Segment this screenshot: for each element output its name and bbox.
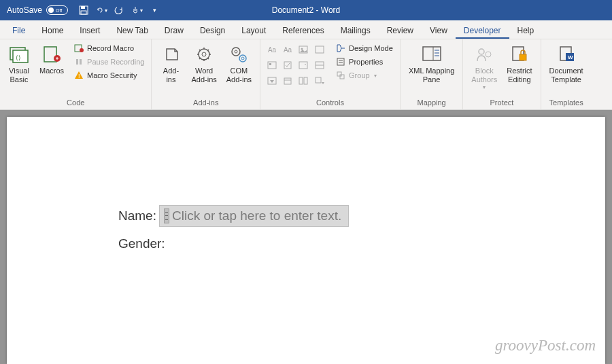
restrict-editing-icon <box>509 43 530 65</box>
record-icon <box>73 43 84 54</box>
xml-mapping-button[interactable]: XML Mapping Pane <box>405 42 458 86</box>
tab-developer[interactable]: Developer <box>456 22 509 39</box>
com-addins-icon <box>228 43 250 65</box>
design-mode-button[interactable]: Design Mode <box>333 42 396 54</box>
group-code: ⟨⟩ Visual Basic Macros Record Macro Paus… <box>0 39 152 109</box>
combobox-control-icon[interactable] <box>296 58 311 73</box>
visual-basic-button[interactable]: ⟨⟩ Visual Basic <box>4 42 34 86</box>
svg-point-14 <box>202 52 206 56</box>
tab-review[interactable]: Review <box>379 22 422 39</box>
tab-help[interactable]: Help <box>509 22 543 39</box>
document-workspace: Name: Click or tap here to enter text. G… <box>0 110 612 364</box>
autosave-toggle[interactable]: AutoSave Off <box>0 5 75 15</box>
legacy-form-icon[interactable] <box>312 42 327 57</box>
macros-button[interactable]: Macros <box>35 42 68 77</box>
com-addins-button[interactable]: COM Add-ins <box>222 42 256 86</box>
legacy-activex-icon[interactable] <box>312 58 327 73</box>
pause-icon <box>73 56 84 67</box>
tab-mailings[interactable]: Mailings <box>333 22 379 39</box>
design-mode-icon <box>335 43 346 54</box>
document-template-button[interactable]: W Document Template <box>545 42 588 86</box>
svg-point-18 <box>241 57 244 60</box>
svg-rect-22 <box>269 63 271 65</box>
watermark: groovyPost.com <box>495 337 596 354</box>
group-icon <box>335 70 346 81</box>
svg-rect-26 <box>284 78 291 84</box>
properties-icon <box>335 56 346 67</box>
svg-rect-39 <box>340 75 344 79</box>
group-controls: Aa Aa Design Mode Properties Group▾ <box>260 39 401 109</box>
name-content-control[interactable]: Click or tap here to enter text. <box>159 205 349 227</box>
group-protect: Block Authors▾ Restrict Editing Protect <box>463 39 541 109</box>
undo-icon[interactable]: ▾ <box>95 4 107 16</box>
record-macro-button[interactable]: Record Macro <box>71 42 147 54</box>
gender-row: Gender: <box>118 236 605 251</box>
document-title: Document2 - Word <box>272 5 340 15</box>
rich-text-control-icon[interactable]: Aa <box>265 42 279 57</box>
save-icon[interactable] <box>78 4 90 16</box>
tab-view[interactable]: View <box>422 22 456 39</box>
addins-button[interactable]: Add- ins <box>156 42 186 86</box>
svg-point-45 <box>479 49 484 54</box>
svg-rect-35 <box>337 58 344 65</box>
tab-design[interactable]: Design <box>192 22 233 39</box>
picture-control-icon[interactable] <box>296 42 311 57</box>
touch-mode-icon[interactable]: ▾ <box>131 4 143 16</box>
group-button[interactable]: Group▾ <box>333 69 396 81</box>
tab-references[interactable]: References <box>274 22 332 39</box>
controls-gallery: Aa Aa <box>265 42 311 88</box>
visual-basic-icon: ⟨⟩ <box>8 43 30 65</box>
name-placeholder: Click or tap here to enter text. <box>172 208 341 223</box>
toggle-switch[interactable]: Off <box>46 5 68 15</box>
warning-icon: ! <box>73 70 84 81</box>
svg-point-9 <box>80 48 84 52</box>
tab-layout[interactable]: Layout <box>233 22 274 39</box>
word-addins-button[interactable]: Word Add-ins <box>187 42 220 86</box>
checkbox-control-icon[interactable] <box>280 58 295 73</box>
group-mapping: XML Mapping Pane Mapping <box>401 39 463 109</box>
svg-rect-29 <box>304 77 307 84</box>
svg-rect-33 <box>316 77 321 83</box>
plain-text-control-icon[interactable]: Aa <box>280 42 295 57</box>
toggle-knob <box>48 7 54 13</box>
svg-rect-2 <box>81 11 86 14</box>
document-page[interactable]: Name: Click or tap here to enter text. G… <box>7 117 605 364</box>
svg-rect-24 <box>299 62 307 69</box>
svg-rect-1 <box>81 6 85 9</box>
svg-rect-30 <box>316 46 324 53</box>
svg-text:!: ! <box>78 73 80 79</box>
tab-insert[interactable]: Insert <box>71 22 108 39</box>
svg-rect-11 <box>80 59 82 65</box>
tab-home[interactable]: Home <box>33 22 71 39</box>
tab-file[interactable]: File <box>4 22 33 39</box>
content-control-handle[interactable] <box>164 208 169 223</box>
repeating-section-control-icon[interactable] <box>296 73 311 88</box>
svg-point-15 <box>232 48 240 56</box>
properties-button[interactable]: Properties <box>333 56 396 68</box>
gear-icon <box>193 43 215 65</box>
block-authors-button: Block Authors▾ <box>467 42 501 92</box>
customize-qat-icon[interactable]: ▾ <box>148 4 160 16</box>
macro-security-button[interactable]: !Macro Security <box>71 69 147 81</box>
svg-rect-28 <box>299 77 303 84</box>
date-picker-control-icon[interactable] <box>280 73 295 88</box>
svg-rect-21 <box>268 62 276 69</box>
legacy-tools-dropdown-icon[interactable] <box>312 73 327 88</box>
document-template-icon: W <box>556 43 577 65</box>
legacy-controls <box>312 42 327 88</box>
svg-point-16 <box>235 50 237 53</box>
ribbon-tabs: File Home Insert New Tab Draw Design Lay… <box>0 20 612 39</box>
name-row: Name: Click or tap here to enter text. <box>118 205 605 227</box>
svg-rect-10 <box>76 59 78 65</box>
tab-newtab[interactable]: New Tab <box>108 22 156 39</box>
svg-point-17 <box>239 55 246 62</box>
dropdown-control-icon[interactable] <box>265 73 279 88</box>
restrict-editing-button[interactable]: Restrict Editing <box>503 42 536 86</box>
svg-point-46 <box>486 52 491 57</box>
svg-rect-38 <box>337 72 341 76</box>
building-block-control-icon[interactable] <box>265 58 279 73</box>
svg-text:W: W <box>568 54 573 60</box>
block-authors-icon <box>473 43 495 65</box>
tab-draw[interactable]: Draw <box>156 22 192 39</box>
redo-icon[interactable] <box>113 4 125 16</box>
